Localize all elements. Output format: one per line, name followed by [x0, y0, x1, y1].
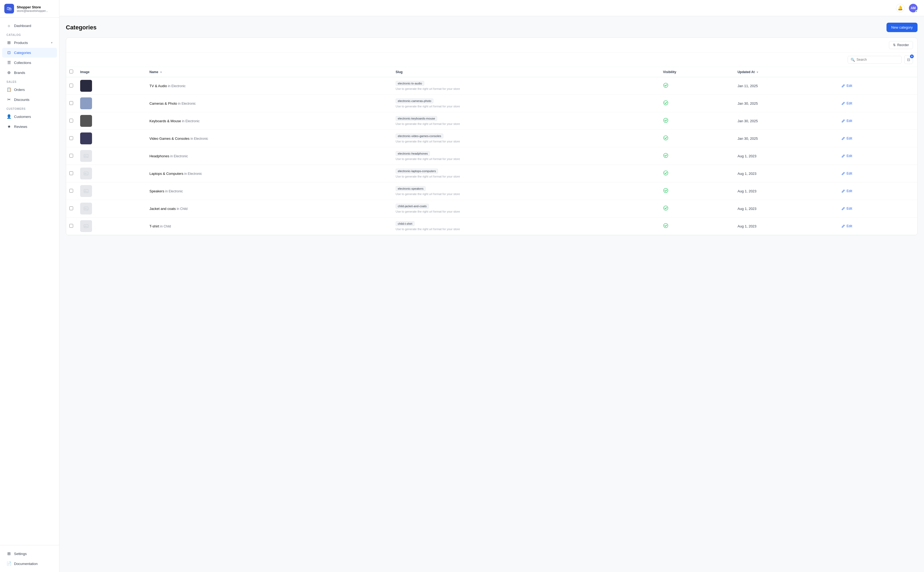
- edit-cell: Edit: [836, 218, 917, 235]
- row-checkbox-cell: [66, 182, 77, 200]
- slug-cell: electronic-laptops-computers Use to gene…: [392, 165, 660, 182]
- discounts-icon: ✂: [6, 97, 11, 102]
- sidebar-item-collections[interactable]: ☰ Collections: [2, 58, 57, 67]
- sidebar-item-customers[interactable]: 👤 Customers: [2, 112, 57, 121]
- edit-button[interactable]: Edit: [839, 83, 854, 89]
- edit-button[interactable]: Edit: [839, 171, 854, 176]
- svg-point-1: [664, 101, 668, 105]
- products-icon: ⊞: [6, 40, 11, 45]
- updated-at-column-header[interactable]: Updated At ▾: [734, 67, 836, 77]
- search-box[interactable]: 🔍: [848, 56, 902, 64]
- reorder-icon: ⇅: [893, 43, 896, 47]
- online-indicator: [915, 10, 918, 12]
- slug-cell: electronic-keyboards-mouse Use to genera…: [392, 112, 660, 130]
- svg-point-9: [664, 171, 668, 175]
- visibility-cell: [660, 147, 734, 165]
- actions-column-header: [836, 67, 917, 77]
- search-row: 🔍 ⊟ 0: [66, 53, 917, 67]
- row-checkbox[interactable]: [69, 136, 73, 140]
- row-checkbox-cell: [66, 77, 77, 95]
- svg-point-3: [664, 136, 668, 140]
- reorder-button[interactable]: ⇅ Reorder: [889, 41, 913, 49]
- documentation-icon: 📄: [6, 561, 11, 566]
- row-checkbox-cell: [66, 218, 77, 235]
- svg-point-12: [664, 188, 668, 193]
- category-image: [80, 80, 92, 92]
- store-name: Shopper Store: [17, 5, 48, 9]
- slug-badge: electronic-tv-audio: [396, 81, 424, 86]
- select-all-checkbox[interactable]: [69, 70, 73, 73]
- sidebar-item-categories[interactable]: ⊡ Categories: [2, 48, 57, 58]
- collections-icon: ☰: [6, 60, 11, 65]
- category-name: Video Games & Consoles: [149, 137, 190, 141]
- store-logo-icon: 🛍: [4, 4, 14, 14]
- visibility-cell: [660, 95, 734, 112]
- new-category-button[interactable]: New category: [887, 23, 918, 32]
- sidebar-item-products[interactable]: ⊞ Products ▾: [2, 38, 57, 48]
- search-icon: 🔍: [851, 58, 855, 62]
- image-column-header: Image: [77, 67, 146, 77]
- page-content: Categories New category ⇅ Reorder 🔍 ⊟ 0: [59, 16, 924, 572]
- row-checkbox[interactable]: [69, 189, 73, 193]
- visibility-cell: [660, 182, 734, 200]
- edit-button[interactable]: Edit: [839, 100, 854, 106]
- row-checkbox-cell: [66, 165, 77, 182]
- slug-cell: electronic-tv-audio Use to generate the …: [392, 77, 660, 95]
- edit-button[interactable]: Edit: [839, 223, 854, 229]
- table-row: Speakers in Electronic electronic-speake…: [66, 182, 917, 200]
- avatar[interactable]: AM: [909, 4, 918, 12]
- row-checkbox[interactable]: [69, 84, 73, 87]
- sidebar-item-discounts[interactable]: ✂ Discounts: [2, 95, 57, 104]
- slug-badge: electronic-cameras-photo: [396, 98, 433, 103]
- updated-at-cell: Jan 30, 2025: [734, 95, 836, 112]
- sidebar-item-dashboard[interactable]: ○ Dashboard: [2, 21, 57, 31]
- name-cell: Speakers in Electronic: [146, 182, 392, 200]
- category-name: Headphones: [149, 154, 170, 158]
- edit-cell: Edit: [836, 130, 917, 147]
- updated-at-cell: Aug 1, 2023: [734, 147, 836, 165]
- filter-icon: ⊟: [907, 58, 910, 62]
- sidebar-item-label: Reviews: [14, 125, 27, 129]
- edit-cell: Edit: [836, 182, 917, 200]
- edit-button[interactable]: Edit: [839, 118, 854, 124]
- sidebar-item-reviews[interactable]: ★ Reviews: [2, 122, 57, 131]
- row-checkbox[interactable]: [69, 171, 73, 175]
- slug-hint: Use to generate the right url format for…: [396, 193, 460, 196]
- edit-cell: Edit: [836, 200, 917, 218]
- slug-hint: Use to generate the right url format for…: [396, 140, 460, 143]
- slug-column-header: Slug: [392, 67, 660, 77]
- name-column-header[interactable]: Name ▾: [146, 67, 392, 77]
- sidebar-item-label: Documentation: [14, 562, 37, 566]
- edit-button[interactable]: Edit: [839, 153, 854, 159]
- chevron-down-icon: ▾: [51, 41, 53, 45]
- visibility-icon: [663, 137, 669, 141]
- main-content: 🔔 AM Categories New category ⇅ Reorder 🔍: [59, 0, 924, 572]
- sidebar-item-brands[interactable]: ⊛ Brands: [2, 68, 57, 78]
- sidebar-item-settings[interactable]: ⊞ Settings: [2, 549, 57, 558]
- svg-point-2: [664, 118, 668, 123]
- sidebar-item-orders[interactable]: 📋 Orders: [2, 85, 57, 95]
- name-cell: Cameras & Photo in Electronic: [146, 95, 392, 112]
- edit-button[interactable]: Edit: [839, 188, 854, 194]
- category-name: Jacket and coats: [149, 207, 176, 211]
- slug-badge: electronic-keyboards-mouse: [396, 116, 437, 121]
- sidebar-item-label: Orders: [14, 88, 25, 92]
- row-checkbox[interactable]: [69, 101, 73, 105]
- sales-section-label: SALES: [0, 78, 59, 84]
- category-parent: in Child: [160, 224, 171, 228]
- filter-button[interactable]: ⊟ 0: [904, 55, 913, 64]
- row-checkbox[interactable]: [69, 224, 73, 228]
- edit-button[interactable]: Edit: [839, 135, 854, 141]
- table-row: Keyboards & Mouse in Electronic electron…: [66, 112, 917, 130]
- row-checkbox[interactable]: [69, 154, 73, 158]
- row-checkbox[interactable]: [69, 207, 73, 210]
- slug-cell: electronic-speakers Use to generate the …: [392, 182, 660, 200]
- notifications-icon[interactable]: 🔔: [896, 4, 905, 12]
- search-input[interactable]: [857, 58, 899, 62]
- row-checkbox-cell: [66, 130, 77, 147]
- page-title: Categories: [66, 24, 96, 31]
- sidebar-item-documentation[interactable]: 📄 Documentation: [2, 559, 57, 569]
- edit-button[interactable]: Edit: [839, 205, 854, 211]
- slug-badge: child-t-shirt: [396, 221, 414, 226]
- row-checkbox[interactable]: [69, 119, 73, 123]
